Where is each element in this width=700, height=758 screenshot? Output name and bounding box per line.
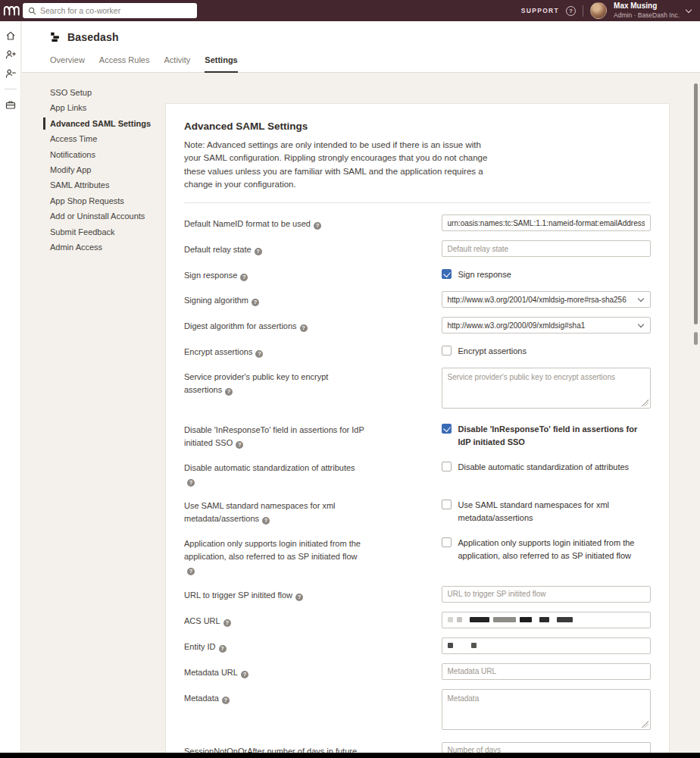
field-label: ACS URL? bbox=[184, 612, 442, 628]
field-label-text: Disable 'InResponseTo' field in assertio… bbox=[184, 425, 364, 447]
support-link[interactable]: SUPPORT bbox=[521, 7, 559, 14]
field-control bbox=[442, 663, 652, 680]
field-label-text: Sign response bbox=[184, 271, 237, 280]
search-icon bbox=[28, 7, 36, 15]
topbar-right: SUPPORT ? Max Musing Admin · BaseDash In… bbox=[521, 2, 700, 19]
textarea-input[interactable] bbox=[442, 368, 652, 409]
rippling-logo-icon[interactable] bbox=[0, 5, 23, 16]
sidebar-item-notifications[interactable]: Notifications bbox=[50, 147, 164, 162]
help-icon[interactable]: ? bbox=[241, 671, 248, 678]
checkbox-row[interactable]: Disable 'InResponseTo' field in assertio… bbox=[442, 421, 652, 448]
settings-nav: SSO SetupApp LinksAdvanced SAML Settings… bbox=[50, 85, 164, 255]
help-icon[interactable]: ? bbox=[314, 222, 321, 230]
field-label: Entity ID? bbox=[184, 637, 442, 653]
help-icon[interactable]: ? bbox=[262, 517, 270, 525]
form-row: URL to trigger SP initited flow? bbox=[184, 586, 651, 603]
checkbox[interactable] bbox=[442, 462, 452, 471]
tab-settings[interactable]: Settings bbox=[205, 55, 237, 73]
app-header: Basedash OverviewAccess RulesActivitySet… bbox=[22, 21, 700, 73]
sidebar-item-modify-app[interactable]: Modify App bbox=[50, 162, 164, 177]
select-value: http://www.w3.org/2001/04/xmldsig-more#r… bbox=[448, 296, 627, 304]
checkbox-row[interactable]: Sign response bbox=[442, 266, 652, 281]
checkbox[interactable] bbox=[442, 537, 452, 547]
sidebar-item-app-shop-requests[interactable]: App Shop Requests bbox=[50, 193, 164, 208]
briefcase-icon[interactable] bbox=[5, 99, 16, 110]
field-control bbox=[442, 240, 652, 257]
user-avatar[interactable] bbox=[590, 2, 607, 19]
field-control: Disable 'InResponseTo' field in assertio… bbox=[442, 421, 652, 448]
help-icon[interactable]: ? bbox=[240, 274, 248, 281]
select-value: http://www.w3.org/2000/09/xmldsig#sha1 bbox=[448, 321, 586, 330]
sidebar-item-add-or-uninstall-accounts[interactable]: Add or Uninstall Accounts bbox=[50, 208, 164, 224]
text-input[interactable] bbox=[442, 742, 652, 753]
tab-overview[interactable]: Overview bbox=[50, 55, 85, 73]
text-input[interactable] bbox=[442, 663, 652, 680]
checkbox-row[interactable]: Use SAML standard namespaces for xml met… bbox=[442, 496, 652, 524]
search-input[interactable] bbox=[40, 6, 192, 15]
field-label: Metadata? bbox=[184, 689, 442, 705]
field-label-text: Application only supports login initiate… bbox=[184, 539, 361, 561]
help-icon[interactable]: ? bbox=[252, 299, 259, 306]
help-icon[interactable]: ? bbox=[225, 388, 233, 396]
form-row: Entity ID? bbox=[184, 637, 651, 654]
checkbox-checked[interactable] bbox=[442, 424, 452, 434]
select-dropdown[interactable]: http://www.w3.org/2001/04/xmldsig-more#r… bbox=[442, 291, 652, 308]
sidebar-item-app-links[interactable]: App Links bbox=[50, 100, 164, 115]
text-input[interactable] bbox=[442, 240, 652, 257]
text-input[interactable] bbox=[442, 215, 652, 231]
checkbox-row[interactable]: Encrypt assertions bbox=[442, 343, 652, 358]
checkbox-checked[interactable] bbox=[442, 269, 452, 279]
sidebar-item-saml-attributes[interactable]: SAML Attributes bbox=[50, 177, 164, 193]
panel-title: Advanced SAML Settings bbox=[184, 121, 651, 132]
sidebar-item-advanced-saml-settings[interactable]: Advanced SAML Settings bbox=[50, 116, 164, 131]
remove-user-icon[interactable] bbox=[5, 68, 16, 79]
text-input[interactable] bbox=[442, 586, 652, 603]
tab-activity[interactable]: Activity bbox=[164, 55, 190, 73]
field-label: Default relay state? bbox=[184, 240, 442, 256]
checkbox-row[interactable]: Disable automatic standardization of att… bbox=[442, 459, 652, 474]
global-search[interactable] bbox=[23, 3, 197, 18]
user-role: Admin · BaseDash Inc. bbox=[614, 11, 680, 20]
field-control bbox=[442, 368, 652, 412]
field-label: Metadata URL? bbox=[184, 663, 442, 679]
help-icon[interactable]: ? bbox=[222, 697, 230, 704]
help-icon[interactable]: ? bbox=[223, 619, 231, 627]
redacted-value-box[interactable] bbox=[442, 612, 652, 628]
sidebar-item-sso-setup[interactable]: SSO Setup bbox=[50, 85, 164, 100]
help-icon[interactable]: ? bbox=[255, 350, 263, 358]
help-icon[interactable]: ? bbox=[566, 6, 576, 16]
help-icon[interactable]: ? bbox=[187, 479, 195, 487]
help-icon[interactable]: ? bbox=[255, 248, 262, 255]
field-control: http://www.w3.org/2000/09/xmldsig#sha1 bbox=[442, 317, 652, 334]
add-user-icon[interactable] bbox=[5, 49, 16, 60]
checkbox[interactable] bbox=[442, 346, 452, 356]
form-row: Encrypt assertions?Encrypt assertions bbox=[184, 343, 651, 359]
field-label: Sign response? bbox=[184, 266, 442, 282]
checkbox-row[interactable]: Application only supports login initiate… bbox=[442, 534, 652, 562]
field-label-text: Signing algorithm bbox=[184, 296, 248, 305]
checkbox[interactable] bbox=[442, 500, 452, 509]
page-scrollbar-segment[interactable] bbox=[694, 332, 698, 345]
tab-access-rules[interactable]: Access Rules bbox=[99, 55, 150, 73]
help-icon[interactable]: ? bbox=[187, 568, 195, 575]
page-scrollbar[interactable] bbox=[694, 83, 698, 324]
help-icon[interactable]: ? bbox=[236, 441, 243, 449]
help-icon[interactable]: ? bbox=[300, 324, 308, 332]
redacted-value-box[interactable] bbox=[442, 637, 652, 654]
user-meta[interactable]: Max Musing Admin · BaseDash Inc. bbox=[614, 2, 680, 19]
sidebar-item-access-time[interactable]: Access Time bbox=[50, 131, 164, 146]
basedash-logo-icon bbox=[50, 32, 60, 42]
sidebar-item-admin-access[interactable]: Admin Access bbox=[50, 240, 164, 255]
sidebar-item-submit-feedback[interactable]: Submit Feedback bbox=[50, 224, 164, 240]
topbar-divider bbox=[583, 5, 583, 17]
checkbox-label: Disable 'InResponseTo' field in assertio… bbox=[458, 423, 652, 448]
help-icon[interactable]: ? bbox=[219, 645, 227, 653]
field-label-text: Disable automatic standardization of att… bbox=[184, 463, 355, 472]
help-icon[interactable]: ? bbox=[295, 594, 303, 601]
user-menu-chevron-icon[interactable] bbox=[686, 6, 692, 12]
textarea-input[interactable] bbox=[442, 689, 652, 730]
select-dropdown[interactable]: http://www.w3.org/2000/09/xmldsig#sha1 bbox=[442, 317, 652, 334]
field-label-text: Use SAML standard namespaces for xml met… bbox=[184, 501, 336, 523]
home-icon[interactable] bbox=[5, 30, 16, 41]
checkbox-label: Disable automatic standardization of att… bbox=[458, 461, 630, 474]
